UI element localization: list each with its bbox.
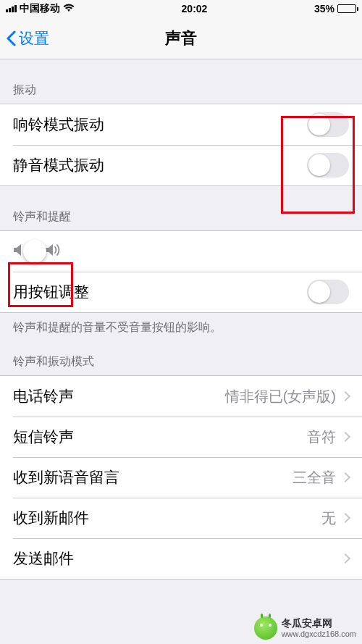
chevron-right-icon: [340, 513, 350, 523]
signal-icon: [6, 5, 17, 12]
row-label: 用按钮调整: [13, 282, 307, 302]
row-label: 响铃模式振动: [13, 114, 307, 135]
row-sent-mail[interactable]: 发送邮件: [0, 538, 362, 579]
row-label: 发送邮件: [13, 548, 336, 569]
row-label: 收到新语音留言: [13, 467, 292, 488]
status-left: 中国移动: [6, 2, 75, 15]
row-new-mail[interactable]: 收到新邮件 无: [0, 498, 362, 538]
toggle-vibrate-on-silent[interactable]: [307, 153, 349, 177]
toggle-vibrate-on-ring[interactable]: [307, 112, 349, 137]
row-new-voicemail[interactable]: 收到新语音留言 三全音: [0, 457, 362, 498]
back-button[interactable]: 设置: [0, 28, 49, 49]
row-vibrate-on-silent[interactable]: 静音模式振动: [0, 145, 362, 185]
slider-thumb[interactable]: [23, 240, 46, 263]
row-label: 静音模式振动: [13, 155, 307, 175]
row-text-tone[interactable]: 短信铃声 音符: [0, 417, 362, 457]
chevron-right-icon: [340, 391, 350, 401]
chevron-right-icon: [340, 553, 350, 564]
nav-bar: 设置 声音: [0, 17, 362, 59]
page-title: 声音: [0, 28, 362, 49]
row-label: 短信铃声: [13, 427, 307, 447]
carrier-label: 中国移动: [20, 2, 60, 15]
row-ringtone[interactable]: 电话铃声 情非得已(女声版): [0, 376, 362, 417]
status-time: 20:02: [182, 3, 208, 14]
row-label: 收到新邮件: [13, 508, 321, 528]
section-header-vibration: 振动: [0, 59, 362, 104]
wifi-icon: [63, 3, 75, 14]
row-value: 三全音: [292, 468, 336, 488]
battery-pct: 35%: [314, 3, 334, 14]
row-change-with-buttons[interactable]: 用按钮调整: [0, 272, 362, 312]
chevron-left-icon: [6, 30, 16, 46]
group-vibration: 响铃模式振动 静音模式振动: [0, 104, 362, 186]
speaker-high-icon: [45, 243, 62, 260]
battery-icon: [337, 4, 356, 13]
row-vibrate-on-ring[interactable]: 响铃模式振动: [0, 104, 362, 145]
back-label: 设置: [19, 28, 49, 49]
row-value: 音符: [307, 427, 336, 447]
status-bar: 中国移动 20:02 35%: [0, 0, 362, 17]
watermark-name: 冬瓜安卓网: [282, 618, 356, 629]
status-right: 35%: [314, 3, 356, 14]
row-value: 无: [321, 509, 336, 528]
section-header-patterns: 铃声和振动模式: [0, 341, 362, 375]
group-ringer: 用按钮调整: [0, 230, 362, 313]
row-value: 情非得已(女声版): [225, 387, 336, 406]
chevron-right-icon: [340, 472, 350, 482]
group-patterns: 电话铃声 情非得已(女声版) 短信铃声 音符 收到新语音留言 三全音 收到新邮件…: [0, 375, 362, 580]
toggle-change-with-buttons[interactable]: [307, 280, 349, 304]
chevron-right-icon: [340, 432, 350, 442]
section-header-ringer: 铃声和提醒: [0, 186, 362, 230]
row-volume-slider: [0, 231, 362, 272]
watermark-url: www.dgxcdz168.com: [282, 630, 356, 638]
watermark-logo-icon: [254, 616, 277, 640]
watermark: 冬瓜安卓网 www.dgxcdz168.com: [254, 616, 356, 640]
section-footer-ringer: 铃声和提醒的音量不受音量按钮的影响。: [0, 313, 362, 341]
row-label: 电话铃声: [13, 386, 225, 406]
